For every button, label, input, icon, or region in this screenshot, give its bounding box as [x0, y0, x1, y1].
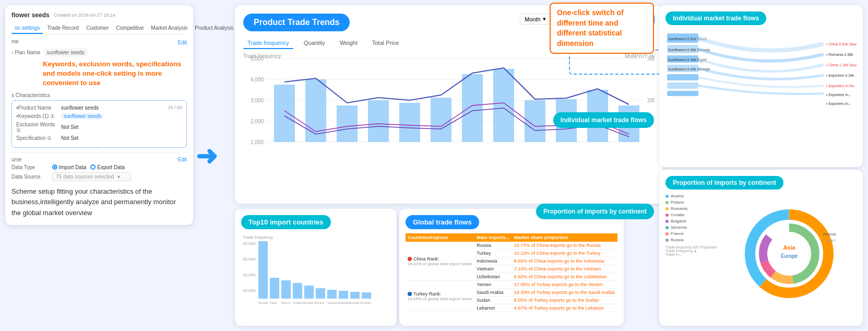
- export-data-radio[interactable]: Export Data: [90, 164, 125, 170]
- svg-rect-33: [304, 286, 314, 299]
- tab-customer[interactable]: Customer: [83, 23, 112, 34]
- plan-name-label: › Plan Name: [11, 50, 41, 55]
- chart-area: Trade frequency MoM/YoY: % 5,000 4,000 3…: [243, 53, 655, 158]
- bulgaria-dot: [665, 220, 669, 223]
- data-source-select[interactable]: 75 data sources selected ▾: [52, 172, 131, 181]
- specification-row: Specification ① Not Set: [16, 135, 182, 141]
- saudi-pct: 18.33% of Turkey exports go to the Saudi…: [512, 289, 617, 297]
- data-type-row: Data Type Import Data Export Data: [11, 164, 187, 170]
- uzbekistan-pct: 6.60% of China exports go to the Uzbekis…: [512, 273, 617, 281]
- orange-callout-1: Keywords, exclusion words, specification…: [43, 60, 187, 88]
- callout-proportion-text: Proportion of imports by continent: [543, 208, 647, 215]
- svg-rect-58: [667, 82, 698, 89]
- svg-text:• Exporters In...: • Exporters In...: [826, 93, 851, 97]
- svg-rect-14: [399, 103, 420, 142]
- turkey-dest: Turkey: [474, 250, 512, 257]
- description-text: Scheme setup fitting your characteristic…: [11, 186, 187, 219]
- tab-weight[interactable]: Weight: [336, 38, 362, 49]
- nav-tabs: on settings Trade Record Customer Compet…: [11, 23, 187, 34]
- lebanon-pct: 4.57% of Turkey exports go to the Lebano…: [512, 304, 617, 312]
- svg-rect-32: [293, 283, 302, 299]
- product-name-row: •Product Name sunflower seeds 15 / 60: [16, 105, 182, 111]
- svg-rect-15: [431, 98, 451, 142]
- chart-title: Product Trade Trends: [243, 14, 350, 31]
- svg-rect-59: [667, 91, 698, 96]
- tab-product[interactable]: Product Analysis: [192, 23, 236, 34]
- data-section: urse Edit Data Type Import Data Export D…: [11, 157, 187, 181]
- svg-rect-16: [462, 74, 483, 142]
- svg-text:Russia: Russia: [823, 232, 836, 237]
- austria-dot: [665, 195, 669, 198]
- croatia-label: Croatia: [671, 212, 684, 217]
- poland-label: Poland: [671, 200, 684, 205]
- indonesia-dest: Indonesia: [474, 257, 512, 265]
- exclusion-value: Not Set: [61, 124, 182, 130]
- product-title: flower seeds: [11, 11, 50, 19]
- yemen-dest: Yemen: [474, 281, 512, 289]
- turkey-share: 14.25% of global total export share: [408, 297, 472, 301]
- svg-rect-36: [339, 291, 348, 299]
- tab-trade-freq[interactable]: Trade frequency: [243, 38, 293, 49]
- tab-trade-record[interactable]: Trade Record: [44, 23, 82, 34]
- svg-rect-13: [368, 100, 389, 142]
- section-me-label: me: [11, 39, 19, 44]
- svg-text:20,000: 20,000: [243, 273, 256, 277]
- callout-individual: Individual market trade flows: [553, 112, 654, 128]
- russia-dest: Russia: [474, 242, 512, 250]
- import-data-radio[interactable]: Import Data: [52, 164, 86, 170]
- callout-orange-text: One-click switch of different time and d…: [557, 8, 624, 48]
- svg-text:Kenya: Kenya: [281, 301, 291, 304]
- edit-link-1[interactable]: Edit: [178, 40, 187, 45]
- edit-link-2[interactable]: Edit: [178, 157, 187, 162]
- trade-trend-chart: 5,000 4,000 3,000 2,000 1,000: [243, 53, 655, 158]
- country-slovenia: Slovenia: [665, 225, 718, 230]
- country-bulgaria: Bulgaria: [665, 219, 718, 223]
- svg-text:China: China: [316, 301, 324, 304]
- country-poland: Poland: [665, 200, 718, 205]
- svg-text:Europe: Europe: [781, 253, 798, 259]
- svg-rect-37: [350, 292, 360, 299]
- exclusion-row: Exclusion Words ① Not Set: [16, 122, 182, 133]
- data-source-value: 75 data sources selected: [56, 174, 114, 180]
- svg-rect-57: [667, 74, 698, 80]
- tab-competitive[interactable]: Competitive: [113, 23, 147, 34]
- month-select[interactable]: Month ▾: [520, 14, 551, 25]
- tab-market[interactable]: Market Analysis: [148, 23, 191, 34]
- proportion-badge: Proportion of imports by continent: [665, 176, 783, 190]
- table-row: Turkey Rank: 14.25% of global total expo…: [406, 281, 617, 289]
- characteristics-label: s Characteristics: [11, 92, 187, 98]
- left-panel: flower seeds Created on 2024-04-27 18:14…: [5, 5, 193, 225]
- table-row: China Rank: 34.32% of global total expor…: [406, 242, 617, 250]
- specification-value: Not Set: [61, 135, 182, 141]
- svg-rect-12: [337, 105, 358, 142]
- svg-text:United S: United S: [304, 301, 316, 304]
- yemen-pct: 17.05% of Turkey exports go to the Yemen: [512, 281, 617, 289]
- callout-proportion: Proportion of imports by continent: [536, 204, 654, 219]
- russia-dot: [665, 239, 669, 242]
- donut-chart: Asia Europe Russia Trade frequ...: [742, 207, 836, 301]
- tab-total-price[interactable]: Total Price: [368, 38, 403, 49]
- croatia-dot: [665, 214, 669, 217]
- china-share: 34.32% of global total export share: [408, 262, 472, 266]
- select-chevron: ▾: [117, 174, 120, 180]
- svg-text:India: India: [270, 301, 277, 304]
- turkey-cell: Turkey Rank: 14.25% of global total expo…: [406, 281, 474, 312]
- product-name-count: 15 / 60: [168, 105, 182, 110]
- poland-dot: [665, 201, 669, 204]
- country-croatia: Croatia: [665, 212, 718, 217]
- austria-label: Austria: [671, 194, 684, 198]
- tab-on-settings[interactable]: on settings: [11, 23, 43, 34]
- tab-quantity[interactable]: Quantity: [300, 38, 329, 49]
- svg-rect-10: [274, 85, 295, 142]
- plan-name-value: sunflower seeds: [44, 49, 88, 56]
- product-name-value: sunflower seeds: [61, 105, 164, 111]
- data-type-radio: Import Data Export Data: [52, 164, 125, 170]
- data-source-label: Data Source: [11, 174, 48, 180]
- characteristics-section: •Product Name sunflower seeds 15 / 60 •K…: [11, 100, 187, 148]
- data-source-row: Data Source 75 data sources selected ▾: [11, 172, 187, 181]
- svg-text:Trade frequency: Trade frequency: [243, 235, 273, 240]
- svg-rect-31: [281, 280, 291, 299]
- france-label: France: [671, 231, 684, 236]
- romania-dot: [665, 207, 669, 210]
- export-radio-dot: [90, 164, 96, 170]
